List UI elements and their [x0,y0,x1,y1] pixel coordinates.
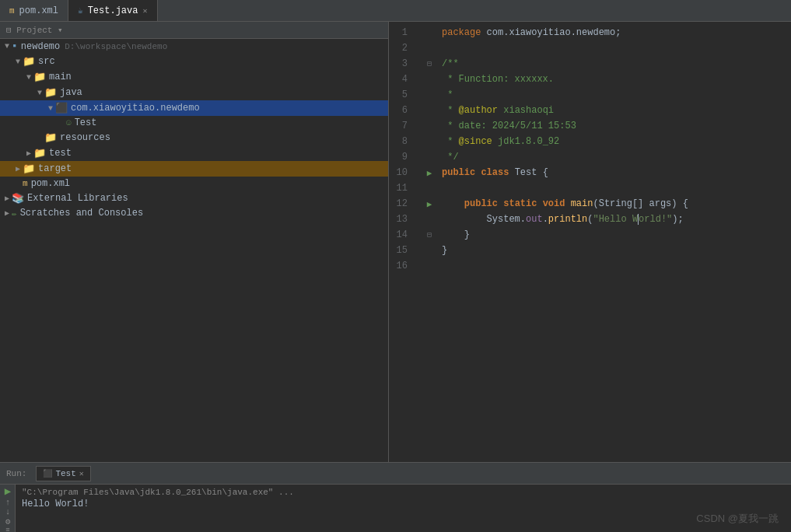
sidebar-header: ⊟ Project ▾ [0,22,388,39]
tree-label-target: target [38,163,72,174]
arrow-src: ▼ [16,58,20,66]
code-line-3: /** [442,56,791,72]
bottom-tab-close[interactable]: ✕ [79,469,84,478]
code-line-13: System.out.println("Hello W orld!"); [442,212,791,227]
editor-area: 1 2 3 4 5 6 7 8 9 10 11 12 13 14 15 16 ⊟ [389,22,791,462]
code-line-9: */ [442,149,791,165]
tree-item-src[interactable]: ▼ 📁 src [0,54,388,69]
scroll-down-button[interactable]: ↓ [0,507,16,516]
tab-test-java[interactable]: ☕ Test.java ✕ [68,0,157,21]
arrow-ext-libs: ▶ [5,194,9,203]
tree-item-target[interactable]: ▶ 📁 target [0,161,388,177]
code-line-5: * [442,87,791,103]
folder-target-icon: 📁 [23,163,35,175]
tree-label-scratches: Scratches and Consoles [20,208,143,219]
code-line-8: * @since jdk1.8.0_92 [442,134,791,149]
code-line-12: public static void main(String[] args) { [442,196,791,212]
tree-label-pkg: com.xiawoyitiao.newdemo [71,103,200,114]
code-line-4: * Function: xxxxxx. [442,72,791,87]
fold-icon-14[interactable]: ⊟ [427,230,432,240]
run-button[interactable]: ▶ [0,485,16,498]
module-icon: ▪ [12,40,18,52]
code-line-16 [442,258,791,274]
tree-label-java: java [60,87,82,98]
bottom-content: "C:\Program Files\Java\jdk1.8.0_261\bin\… [16,485,791,532]
tree-item-ext-libs[interactable]: ▶ 📚 External Libraries [0,191,388,206]
watermark: CSDN @夏我一跳 [696,512,779,526]
ext-libs-icon: 📚 [12,192,24,205]
run-label: Run: [6,469,26,478]
bottom-tab-label: Test [55,469,75,478]
code-line-10: public class Test { [442,165,791,180]
tree-path-newdemo: D:\workspace\newdemo [65,42,167,51]
tree-item-resources[interactable]: ▶ 📁 resources [0,130,388,145]
arrow-pkg: ▼ [48,104,53,113]
scratches-icon: ✏ [12,208,17,219]
code-line-2 [442,40,791,56]
code-line-11 [442,180,791,196]
bottom-tabs: Run: ⬛ Test ✕ [0,463,791,485]
filter-button[interactable]: ≡ [0,527,16,532]
bottom-tab-icon: ⬛ [43,469,52,478]
package-icon: ⬛ [55,102,68,114]
tree-label-test: Test [75,117,97,128]
tree-label-newdemo: newdemo [21,41,60,52]
code-lines[interactable]: package com.xiawoyitiao.newdemo; /** * F… [439,25,791,462]
stop-button[interactable]: ↑ [0,498,16,507]
arrow-java: ▼ [37,89,42,97]
tree-item-java[interactable]: ▼ 📁 java [0,85,388,100]
settings-button[interactable]: ⚙ [0,516,16,527]
arrow-test-folder: ▶ [26,149,31,158]
pom-icon: m [23,179,28,188]
bottom-toolbar: ▶ ↑ ↓ ⚙ ≡ [0,485,16,532]
code-line-15: } [442,243,791,258]
arrow-target: ▶ [16,164,20,173]
folder-test-icon: 📁 [33,147,46,159]
java-icon: ☕ [78,5,83,16]
bottom-main: ▶ ↑ ↓ ⚙ ≡ "C:\Program Files\Java\jdk1.8.… [0,485,791,532]
tree-label-pom: pom.xml [31,178,70,189]
tab-test-java-label: Test.java [88,5,138,16]
tree-item-pkg[interactable]: ▼ ⬛ com.xiawoyitiao.newdemo [0,100,388,116]
close-tab-icon[interactable]: ✕ [142,6,147,16]
tab-bar: m pom.xml ☕ Test.java ✕ [0,0,791,22]
bottom-panel: Run: ⬛ Test ✕ ▶ ↑ ↓ ⚙ ≡ "C:\Program File… [0,462,791,532]
project-sidebar: ⊟ Project ▾ ▼ ▪ newdemo D:\workspace\new… [0,22,389,462]
main-area: ⊟ Project ▾ ▼ ▪ newdemo D:\workspace\new… [0,22,791,462]
tab-pom-xml-label: pom.xml [19,5,58,16]
bottom-tab-test[interactable]: ⬛ Test ✕ [36,466,90,481]
code-line-14: } [442,227,791,243]
tree-item-test-class[interactable]: ▶ ☺ Test [0,116,388,130]
tree-label-main: main [49,72,72,82]
code-line-6: * @author xiashaoqi [442,103,791,118]
tree-item-newdemo[interactable]: ▼ ▪ newdemo D:\workspace\newdemo [0,39,388,54]
tree-item-scratches[interactable]: ▶ ✏ Scratches and Consoles [0,206,388,220]
folder-src-icon: 📁 [23,55,35,68]
arrow-main: ▼ [26,73,31,82]
arrow-expand: ▼ [5,42,9,51]
tree-label-src: src [38,56,55,67]
console-command: "C:\Program Files\Java\jdk1.8.0_261\bin\… [22,488,785,497]
run-arrow-10[interactable]: ▶ [427,168,432,178]
sidebar-header-label: ⊟ Project ▾ [6,25,63,35]
run-arrow-12[interactable]: ▶ [427,199,432,209]
folder-java-icon: 📁 [44,86,57,99]
class-icon: ☺ [66,118,72,128]
console-output: Hello World! [22,499,785,509]
folder-main-icon: 📁 [33,71,46,83]
tab-pom-xml[interactable]: m pom.xml [0,0,68,21]
code-content: 1 2 3 4 5 6 7 8 9 10 11 12 13 14 15 16 ⊟ [389,22,791,462]
tree-item-main[interactable]: ▼ 📁 main [0,69,388,85]
arrow-scratches: ▶ [5,208,9,218]
code-line-1: package com.xiawoyitiao.newdemo; [442,25,791,40]
code-line-7: * date: 2024/5/11 15:53 [442,118,791,134]
tree-item-pom[interactable]: ▶ m pom.xml [0,177,388,191]
resources-icon: 📁 [44,131,57,144]
xml-icon: m [9,6,15,16]
fold-icon-3[interactable]: ⊟ [427,59,432,68]
tree-label-resources: resources [60,132,110,143]
tree-item-test-folder[interactable]: ▶ 📁 test [0,145,388,161]
line-numbers: 1 2 3 4 5 6 7 8 9 10 11 12 13 14 15 16 [389,25,420,462]
editor-gutter: ⊟ ▶ ▶ ⊟ [420,25,439,462]
tree-label-test-folder: test [49,148,72,159]
